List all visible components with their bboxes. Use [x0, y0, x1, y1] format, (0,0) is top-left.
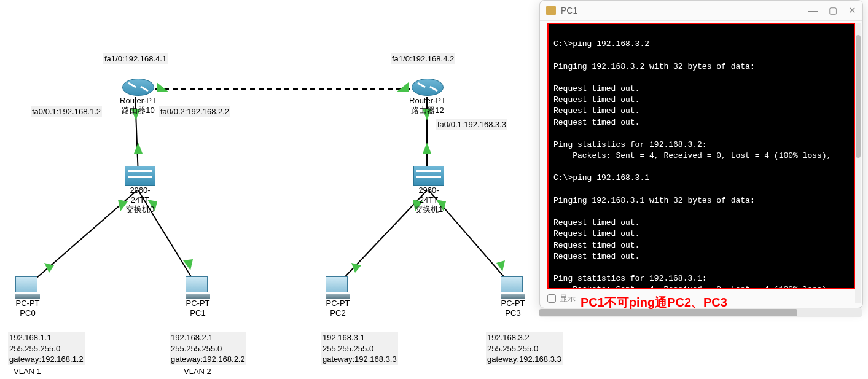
pc2[interactable]: PC-PT PC2 — [323, 276, 353, 318]
pc0-ipblock: 192.168.1.1 255.255.255.0 gateway:192.16… — [8, 332, 85, 365]
pc2-ip: 192.168.3.1 — [323, 332, 397, 343]
pc0-gw: gateway:192.168.1.2 — [9, 354, 84, 365]
pc3-ip: 192.168.3.2 — [487, 332, 561, 343]
router0-name: 路由器10 — [120, 106, 157, 115]
pc1-type: PC-PT — [182, 299, 213, 308]
router0-type: Router-PT — [120, 96, 157, 106]
svg-marker-12 — [423, 143, 431, 154]
router2-type: Router-PT — [409, 96, 446, 106]
switch-icon — [125, 166, 155, 186]
pc0-mask: 255.255.255.0 — [9, 343, 84, 354]
pc0-vlan: VLAN 1 — [14, 367, 41, 376]
scrollbar-thumb[interactable] — [856, 35, 861, 158]
router0-fa10-label: fa1/0:192.168.4.1 — [103, 53, 168, 64]
switch1[interactable]: 2960-24TT 交换机1 — [410, 166, 447, 214]
pc1-mask: 255.255.255.0 — [171, 343, 245, 354]
pc-icon — [501, 276, 525, 299]
pc1-terminal-window[interactable]: PC1 — ▢ ✕ C:\>ping 192.168.3.2 Pinging 1… — [539, 0, 863, 308]
maximize-button[interactable]: ▢ — [829, 5, 837, 16]
pc2-gw: gateway:192.168.3.3 — [323, 354, 397, 365]
router-icon — [412, 79, 444, 96]
switch0-type: 2960-24TT — [122, 186, 158, 205]
switch0[interactable]: 2960-24TT 交换机0 — [122, 166, 158, 214]
pc-icon — [326, 276, 350, 299]
router-icon — [122, 79, 154, 96]
router0[interactable]: Router-PT 路由器10 — [120, 79, 157, 115]
pc0-name: PC0 — [12, 308, 43, 318]
pc2-mask: 255.255.255.0 — [323, 343, 397, 354]
window-title: PC1 — [561, 6, 577, 15]
show-checkbox-label: 显示 — [560, 293, 576, 304]
router2-fa001-label: fa0/0.1:192.168.3.3 — [436, 119, 507, 130]
router0-fa001-label: fa0/0.1:192.168.1.2 — [31, 106, 102, 117]
terminal-output: C:\>ping 192.168.3.2 Pinging 192.168.3.2… — [553, 28, 849, 289]
pc2-name: PC2 — [323, 308, 353, 318]
pc2-ipblock: 192.168.3.1 255.255.255.0 gateway:192.16… — [321, 332, 398, 365]
vertical-scrollbar[interactable] — [855, 23, 861, 303]
window-controls: — ▢ ✕ — [808, 5, 856, 16]
pc-icon — [186, 276, 210, 299]
pc0-ip: 192.168.1.1 — [9, 332, 84, 343]
topology-canvas: fa1/0:192.168.4.1 fa1/0:192.168.4.2 fa0/… — [0, 0, 541, 379]
close-button[interactable]: ✕ — [848, 5, 856, 16]
pc-icon — [15, 276, 40, 299]
pc3-ipblock: 192.168.3.2 255.255.255.0 gateway:192.16… — [486, 332, 563, 365]
router0-fa002-label: fa0/0.2:192.168.2.2 — [159, 106, 230, 117]
router2[interactable]: Router-PT 路由器12 — [409, 79, 446, 115]
terminal-viewport[interactable]: C:\>ping 192.168.3.2 Pinging 192.168.3.2… — [547, 23, 855, 289]
pc3-name: PC3 — [498, 308, 528, 318]
svg-marker-10 — [134, 143, 143, 154]
links-layer — [0, 0, 541, 379]
svg-marker-16 — [183, 259, 193, 270]
titlebar[interactable]: PC1 — ▢ ✕ — [540, 1, 862, 21]
switch1-name: 交换机1 — [410, 205, 447, 214]
pc3-type: PC-PT — [498, 299, 528, 308]
switch-icon — [413, 166, 444, 186]
svg-marker-7 — [157, 82, 169, 92]
switch1-type: 2960-24TT — [410, 186, 447, 205]
pc1-gw: gateway:192.168.2.2 — [171, 354, 245, 365]
minimize-button[interactable]: — — [808, 5, 818, 16]
svg-marker-8 — [396, 82, 409, 92]
pc3[interactable]: PC-PT PC3 — [498, 276, 528, 318]
pc1-vlan: VLAN 2 — [184, 367, 211, 376]
router2-fa10-label: fa1/0:192.168.4.2 — [391, 53, 455, 64]
app-icon — [546, 6, 556, 15]
pc1-name: PC1 — [182, 308, 213, 318]
pc2-type: PC-PT — [323, 299, 353, 308]
pc1[interactable]: PC-PT PC1 — [182, 276, 213, 318]
pc0[interactable]: PC-PT PC0 — [12, 276, 43, 318]
pc3-mask: 255.255.255.0 — [487, 343, 561, 354]
router2-name: 路由器12 — [409, 106, 446, 115]
pc1-ip: 192.168.2.1 — [171, 332, 245, 343]
annotation-text: PC1不可ping通PC2、PC3 — [581, 294, 727, 311]
pc3-gw: gateway:192.168.3.3 — [487, 354, 561, 365]
pc0-type: PC-PT — [12, 299, 43, 308]
switch0-name: 交换机0 — [122, 205, 158, 214]
show-checkbox[interactable] — [547, 294, 556, 303]
pc1-ipblock: 192.168.2.1 255.255.255.0 gateway:192.16… — [170, 332, 246, 365]
